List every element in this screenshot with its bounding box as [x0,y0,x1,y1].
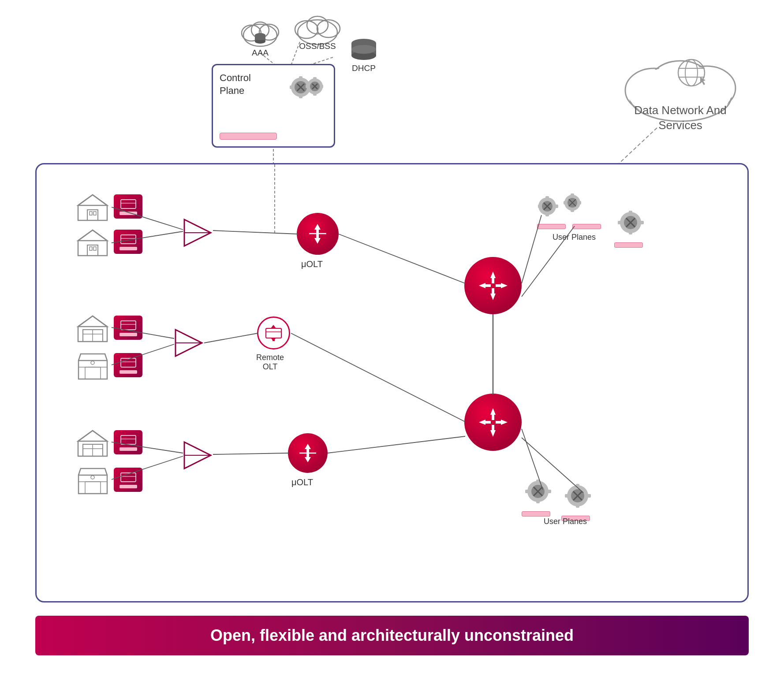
user-planes-bottom [522,477,555,517]
svg-rect-92 [266,328,281,338]
aggregator-middle [464,394,522,451]
upf-bottom-2 [561,482,594,521]
svg-rect-82 [121,321,136,330]
red-box-2 [114,230,142,254]
svg-marker-63 [78,230,107,256]
svg-rect-42 [299,76,302,81]
svg-marker-74 [314,238,321,244]
mu-olt-bottom-label: μOLT [291,477,313,487]
svg-marker-127 [490,430,496,437]
svg-marker-114 [305,457,311,462]
svg-rect-168 [576,504,579,508]
red-box-4 [114,353,142,377]
svg-rect-75 [316,234,319,238]
svg-point-39 [351,45,376,54]
svg-rect-113 [306,449,309,453]
svg-rect-138 [555,205,558,208]
svg-line-177 [339,234,465,283]
svg-rect-170 [587,494,591,498]
mu-olt-top [297,213,339,255]
svg-marker-119 [490,294,496,300]
svg-marker-117 [490,271,496,278]
aaa-label: AAA [238,48,282,58]
svg-marker-64 [78,230,107,241]
svg-rect-43 [299,94,302,98]
oss-bss-cloud: OSS/BSS [291,7,344,51]
svg-rect-52 [306,85,309,88]
control-plane-box: ControlPlane [212,64,335,148]
svg-rect-61 [121,200,136,208]
svg-marker-121 [479,283,485,288]
mu-olt-top-label: μOLT [301,259,323,269]
dhcp-label: DHCP [348,63,379,73]
svg-rect-169 [565,494,569,498]
house-3 [76,314,109,345]
house-2 [76,228,109,259]
control-plane-label: ControlPlane [220,72,251,97]
dhcp-icon: DHCP [348,35,379,73]
user-planes-bottom-label: User Planes [544,517,587,526]
remote-olt [257,316,290,350]
svg-marker-57 [78,195,107,205]
red-box-5 [114,430,142,454]
svg-rect-151 [629,211,632,215]
house-4 [76,429,109,459]
splitter-bottom [182,440,213,472]
svg-rect-66 [90,247,92,250]
svg-marker-123 [501,283,508,288]
svg-line-176 [213,231,298,234]
svg-rect-120 [492,288,494,294]
svg-line-184 [213,453,289,454]
svg-marker-131 [501,420,508,425]
svg-rect-88 [121,358,136,367]
svg-rect-105 [85,482,101,494]
svg-rect-137 [538,205,541,208]
svg-rect-144 [571,209,574,212]
svg-marker-94 [271,325,276,328]
svg-rect-50 [313,77,317,81]
bottom-banner-text: Open, flexible and architecturally uncon… [210,626,574,645]
svg-rect-68 [121,235,136,244]
svg-rect-84 [78,361,107,379]
house-1 [76,193,109,223]
svg-rect-124 [496,284,501,287]
svg-point-107 [91,476,94,479]
svg-point-87 [91,361,94,364]
red-box-1 [114,194,142,219]
svg-rect-59 [90,212,92,215]
aggregator-top [464,257,522,314]
shop-2 [76,466,109,497]
svg-rect-44 [290,86,294,89]
main-container: AAA OSS/BSS DHCP ControlPlane [0,0,784,673]
svg-rect-143 [571,193,574,197]
svg-rect-135 [545,196,549,200]
red-box-3 [114,316,142,340]
data-network-cloud: Data Network And Services [619,44,742,133]
svg-rect-60 [93,212,96,215]
svg-rect-161 [525,490,529,493]
svg-rect-152 [629,231,632,234]
main-diagram-box: μOLT [35,163,749,602]
aaa-cloud: AAA [238,13,282,58]
splitter-middle [173,327,204,360]
svg-rect-126 [492,415,494,420]
svg-marker-129 [479,420,485,425]
svg-rect-122 [485,284,491,287]
svg-rect-85 [85,367,101,379]
svg-rect-153 [618,221,622,224]
svg-rect-104 [78,475,107,494]
svg-rect-146 [578,201,581,205]
svg-rect-102 [121,435,136,444]
svg-marker-96 [271,338,276,341]
svg-marker-125 [490,408,496,415]
svg-rect-132 [496,421,501,424]
svg-marker-56 [78,195,107,220]
svg-rect-145 [564,201,567,205]
svg-rect-167 [576,484,579,488]
svg-rect-130 [485,421,491,424]
splitter-top [182,217,213,250]
upf-single-top [614,208,647,248]
svg-rect-162 [547,490,551,493]
svg-rect-128 [492,425,494,430]
svg-line-180 [204,333,258,343]
